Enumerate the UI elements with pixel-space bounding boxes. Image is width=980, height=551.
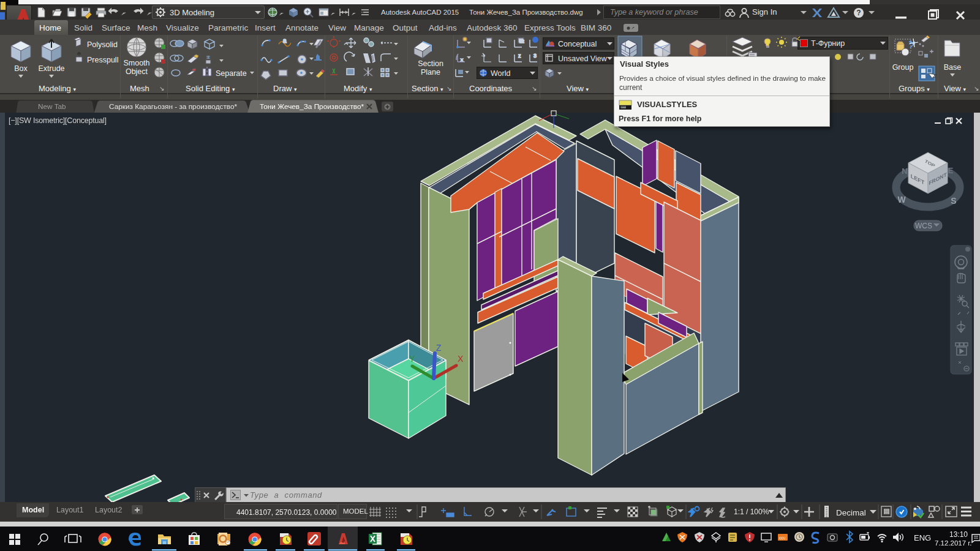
svg-text:X: X [458, 354, 464, 364]
svg-text:Group: Group [892, 63, 914, 72]
svg-text:Base: Base [944, 63, 962, 72]
svg-text:WCS: WCS [915, 222, 932, 230]
svg-text:ccu: ccu [779, 536, 786, 540]
svg-text:[−][SW Isometric][Conceptual]: [−][SW Isometric][Conceptual] [9, 116, 107, 125]
svg-text:Object: Object [126, 67, 148, 76]
svg-text:Y: Y [409, 354, 415, 364]
svg-text:3: 3 [533, 53, 537, 59]
svg-text:Separate: Separate [216, 69, 247, 78]
svg-text:N: N [902, 167, 907, 176]
svg-text:E: E [948, 166, 954, 175]
svg-text:Box: Box [14, 64, 28, 73]
svg-text:?: ? [856, 9, 861, 17]
svg-text:Section: Section [418, 59, 443, 68]
svg-text:Z: Z [436, 343, 442, 353]
svg-text:a: a [283, 37, 287, 44]
svg-text:1:1 / 100%: 1:1 / 100% [734, 508, 769, 516]
svg-text:x: x [461, 57, 463, 62]
svg-text:z: z [518, 53, 521, 59]
svg-text:Polysolid: Polysolid [87, 40, 118, 49]
svg-text:Smooth: Smooth [123, 59, 149, 67]
svg-text:cmd: cmd [621, 106, 626, 109]
svg-text:Decimal: Decimal [836, 508, 866, 517]
svg-text:Extrude: Extrude [38, 64, 64, 73]
svg-text:12: 12 [519, 39, 524, 43]
svg-text:Presspull: Presspull [87, 56, 118, 64]
svg-text:S: S [951, 196, 956, 206]
svg-text:Plane: Plane [421, 68, 440, 77]
svg-text:W: W [897, 195, 906, 204]
